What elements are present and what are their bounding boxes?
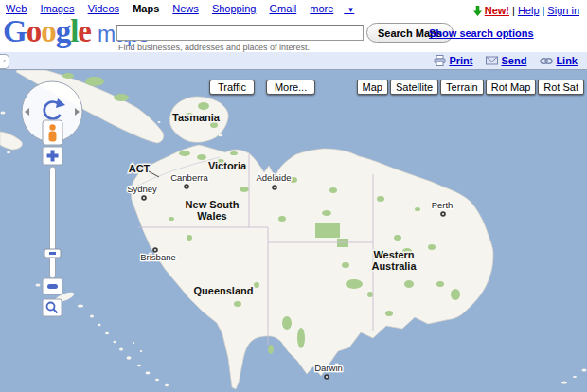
map-type-rot-sat[interactable]: Rot Sat (538, 80, 584, 95)
new-link[interactable]: New! (485, 5, 509, 16)
map-toolbar: Print Send Link (0, 52, 587, 70)
svg-text:ACT: ACT (129, 163, 151, 174)
map-type-buttons: Map Satellite Terrain Rot Map Rot Sat (357, 80, 584, 95)
link-link[interactable]: Link (540, 55, 578, 66)
google-logo-text: Google (3, 15, 91, 47)
svg-text:Sydney: Sydney (127, 184, 157, 194)
new-icon (473, 6, 482, 16)
svg-text:Canberra: Canberra (170, 172, 208, 183)
map-type-map[interactable]: Map (357, 80, 388, 95)
nav-account: New! | Help | Sign in (473, 3, 579, 18)
zoom-slider-handle[interactable] (44, 249, 61, 258)
separator: | (543, 5, 545, 16)
show-search-options-link[interactable]: Show search options (429, 27, 534, 39)
print-link[interactable]: Print (434, 55, 472, 66)
nav-shopping[interactable]: Shopping (212, 3, 257, 14)
minus-icon (47, 284, 58, 289)
nav-web[interactable]: Web (6, 3, 27, 14)
svg-text:Perth: Perth (432, 200, 454, 210)
dropdown-arrow-icon: ▼ (347, 6, 354, 14)
map-controls (0, 70, 95, 354)
svg-text:Tasmania: Tasmania (172, 112, 221, 123)
nav-images[interactable]: Images (40, 3, 74, 14)
zoom-in-button[interactable] (43, 147, 62, 165)
link-icon (540, 57, 553, 65)
pegman-control[interactable] (43, 120, 62, 145)
svg-text:Adelaide: Adelaide (257, 172, 292, 183)
svg-text:Wales: Wales (197, 210, 226, 222)
overview-zoom-button[interactable] (43, 299, 62, 316)
search-hint-text: Find businesses, addresses and places of… (118, 43, 310, 52)
nav-videos[interactable]: Videos (88, 3, 119, 14)
map-overlay-buttons: Traffic More... (209, 80, 315, 95)
signin-link[interactable]: Sign in (547, 5, 579, 16)
nav-gmail[interactable]: Gmail (269, 3, 296, 14)
collapse-panel-handle[interactable]: ‹ (0, 54, 9, 69)
nav-maps[interactable]: Maps (133, 3, 159, 14)
send-link[interactable]: Send (486, 55, 526, 66)
svg-text:Australia: Australia (371, 260, 417, 272)
help-link[interactable]: Help (518, 5, 540, 16)
svg-text:Brisbane: Brisbane (140, 252, 176, 262)
nav-more[interactable]: more ▼ (310, 3, 365, 14)
pegman-icon (49, 124, 55, 130)
svg-text:Western: Western (373, 249, 414, 260)
send-icon (486, 56, 498, 65)
separator: | (512, 5, 515, 16)
map-type-terrain[interactable]: Terrain (440, 80, 484, 95)
svg-text:Darwin: Darwin (314, 363, 343, 373)
svg-text:Victoria: Victoria (208, 160, 247, 171)
zoom-slider-track[interactable] (50, 167, 56, 278)
svg-text:Queensland: Queensland (194, 285, 254, 296)
nav-news[interactable]: News (172, 3, 199, 14)
search-input[interactable] (116, 25, 364, 41)
map-type-satellite[interactable]: Satellite (390, 80, 438, 95)
print-icon (434, 55, 446, 66)
zoom-out-button[interactable] (43, 278, 62, 294)
map-type-rot-map[interactable]: Rot Map (486, 80, 537, 95)
more-button[interactable]: More... (266, 80, 315, 95)
svg-text:New South: New South (186, 199, 240, 210)
traffic-button[interactable]: Traffic (209, 80, 255, 95)
